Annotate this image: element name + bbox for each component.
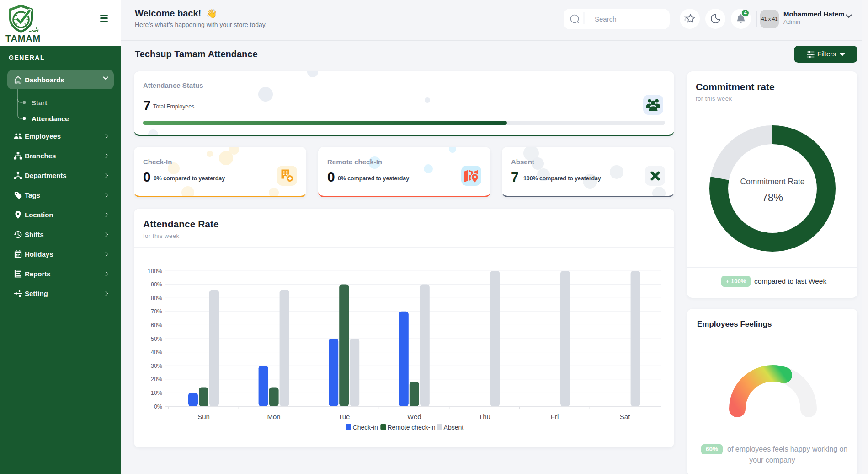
svg-text:Wed: Wed bbox=[407, 413, 421, 420]
svg-text:Tue: Tue bbox=[338, 413, 350, 420]
svg-text:40%: 40% bbox=[151, 349, 162, 356]
svg-text:Mon: Mon bbox=[267, 413, 281, 420]
svg-text:Check-in: Check-in bbox=[353, 424, 378, 431]
svg-text:20%: 20% bbox=[151, 376, 162, 382]
svg-text:30%: 30% bbox=[151, 363, 162, 369]
svg-text:Commitment Rate: Commitment Rate bbox=[740, 177, 804, 186]
svg-text:50%: 50% bbox=[151, 336, 162, 342]
svg-text:90%: 90% bbox=[151, 281, 162, 288]
svg-text:Thu: Thu bbox=[479, 413, 490, 420]
svg-text:Absent: Absent bbox=[444, 424, 464, 431]
svg-text:Fri: Fri bbox=[551, 413, 559, 420]
svg-text:Sun: Sun bbox=[197, 413, 210, 420]
svg-text:70%: 70% bbox=[151, 308, 162, 315]
svg-text:10%: 10% bbox=[151, 390, 162, 396]
svg-text:Sat: Sat bbox=[620, 413, 630, 420]
svg-text:80%: 80% bbox=[151, 295, 162, 302]
svg-text:78%: 78% bbox=[762, 192, 783, 204]
svg-text:TAMAM: TAMAM bbox=[5, 33, 41, 43]
svg-text:0%: 0% bbox=[154, 404, 162, 410]
svg-text:Remote check-in: Remote check-in bbox=[387, 424, 435, 431]
svg-text:60%: 60% bbox=[151, 322, 162, 329]
svg-text:100%: 100% bbox=[148, 268, 162, 275]
